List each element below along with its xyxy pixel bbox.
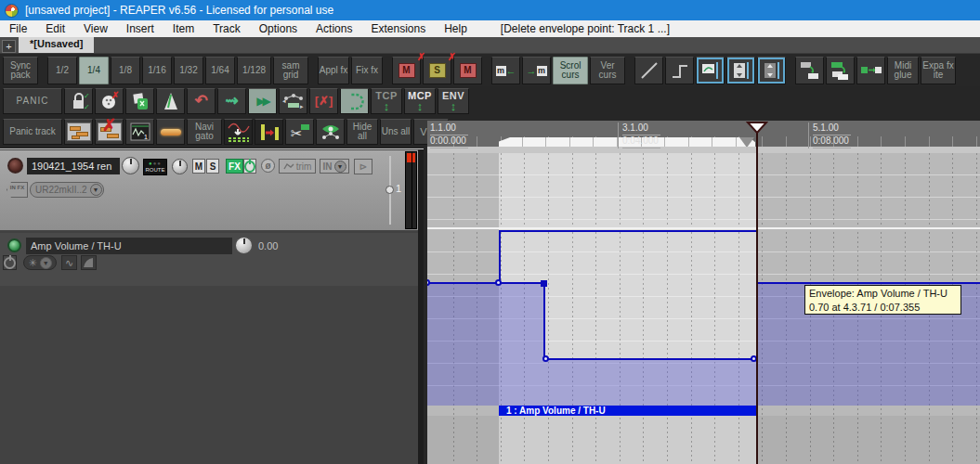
- menu-item[interactable]: Help: [435, 20, 477, 37]
- menu-item[interactable]: Item: [163, 20, 203, 37]
- fx-bypass-button[interactable]: [243, 159, 256, 174]
- hide-items-button[interactable]: ✗: [95, 119, 124, 145]
- panic-track-button[interactable]: Panic track: [3, 119, 62, 145]
- menu-item[interactable]: File: [0, 20, 36, 37]
- project-tab-unsaved[interactable]: *[Unsaved]: [19, 37, 94, 53]
- tcp-height-button[interactable]: TCP↕: [371, 88, 402, 114]
- menu-item[interactable]: View: [74, 20, 117, 37]
- vertical-range-icon-button[interactable]: [726, 57, 755, 84]
- remove-selection-button[interactable]: [✗]: [309, 88, 338, 114]
- unsolo-all-button[interactable]: S ✗: [423, 57, 451, 84]
- link-button[interactable]: [156, 119, 185, 145]
- menu-item[interactable]: Track: [203, 20, 250, 37]
- envelope-control-panel[interactable]: Amp Volume / TH-U 0.00 ✳▼ ∿: [0, 233, 418, 286]
- unselect-all-button[interactable]: Uns all: [380, 119, 412, 145]
- envelope-settings-button[interactable]: ✳▼: [23, 255, 57, 270]
- metronome-button[interactable]: [156, 88, 185, 114]
- render-item-icon-button[interactable]: [856, 57, 885, 84]
- loop-disabled-button[interactable]: [340, 88, 369, 114]
- edit-cursor-marker-icon[interactable]: [746, 121, 768, 135]
- envelope-shape-button[interactable]: ∿: [61, 255, 77, 270]
- grid-division-button[interactable]: 1/4: [79, 57, 109, 84]
- envelope-apply-button[interactable]: [224, 119, 253, 145]
- grid-division-button[interactable]: 1/32: [174, 57, 203, 84]
- smooth-seek-button[interactable]: ⇝: [217, 88, 246, 114]
- theme-off-button[interactable]: ✗: [95, 88, 124, 114]
- hide-all-button[interactable]: Hide all: [346, 119, 378, 145]
- menu-item[interactable]: Edit: [36, 20, 74, 37]
- panel-arrange-divider[interactable]: [418, 149, 424, 464]
- show-envelopes-button[interactable]: [316, 119, 345, 145]
- envelope-range-icon-button[interactable]: [696, 57, 725, 84]
- grid-division-button[interactable]: 1/16: [142, 57, 172, 84]
- input-fx-selector[interactable]: UR22mkII..2▼: [30, 182, 104, 198]
- envelope-segment[interactable]: [545, 358, 757, 360]
- solo-button[interactable]: S: [206, 159, 219, 174]
- timeline-ruler[interactable]: 1.1.000:00.000 3.1.000:04.000 5.1.000:08…: [427, 121, 980, 153]
- arrange-view[interactable]: 1 : Amp Volume / TH-U Envelope: Amp Volu…: [427, 153, 980, 464]
- input-fx-badge[interactable]: IN FX: [7, 182, 28, 198]
- track-1-panel[interactable]: 190421_1954 ren ●●● ROUTE M S FX ø trim …: [0, 150, 418, 230]
- envelope-point[interactable]: [495, 279, 502, 286]
- volume-fader-handle[interactable]: [385, 186, 394, 194]
- menu-item[interactable]: Options: [250, 20, 307, 37]
- vertical-range2-icon-button[interactable]: [757, 57, 786, 84]
- envelope-point-selected[interactable]: [541, 280, 547, 287]
- envelope-active-button[interactable]: [7, 238, 21, 252]
- sample-grid-button[interactable]: sam grid: [273, 57, 308, 84]
- lock-settings-button[interactable]: ✓✓: [64, 88, 93, 114]
- duplicate-items-icon-button[interactable]: [826, 57, 855, 84]
- new-project-tab-button[interactable]: +: [2, 40, 16, 53]
- show-items-button[interactable]: [64, 119, 93, 145]
- envelope-segment[interactable]: [427, 282, 545, 284]
- marker-next-button[interactable]: →m: [522, 57, 551, 84]
- grid-division-button[interactable]: 1/64: [205, 57, 235, 84]
- apply-fx-button[interactable]: Appl fx: [318, 57, 349, 84]
- move-to-item-button[interactable]: [255, 119, 283, 145]
- sync-pack-button[interactable]: Sync pack: [3, 57, 38, 84]
- split-items-button[interactable]: ✂: [285, 119, 314, 145]
- envelope-value-knob[interactable]: [235, 237, 253, 254]
- paste-pooled-icon-button[interactable]: [795, 57, 824, 84]
- record-arm-button[interactable]: [7, 158, 23, 174]
- envelope-segment[interactable]: [757, 282, 980, 284]
- envelope-name[interactable]: Amp Volume / TH-U: [26, 238, 232, 254]
- envelope-trim-button[interactable]: trim: [279, 159, 316, 174]
- unmute-all-button[interactable]: M ✗: [392, 57, 421, 84]
- mcp-height-button[interactable]: MCP↕: [404, 88, 436, 114]
- navigator-button[interactable]: Navi gato: [187, 119, 222, 145]
- expand-fx-item-button[interactable]: Expa fx ite: [921, 57, 956, 84]
- envelope-bypass-button[interactable]: [3, 255, 17, 270]
- fx-button[interactable]: FX: [226, 159, 243, 174]
- record-input-button[interactable]: IN▼: [320, 159, 349, 174]
- play-selected-items-button[interactable]: ▶▶: [248, 88, 277, 114]
- linear-envelope-icon-button[interactable]: [634, 57, 663, 84]
- grid-division-button[interactable]: 1/8: [111, 57, 140, 84]
- performance-meter-button[interactable]: 1: [125, 119, 154, 145]
- menu-item[interactable]: Actions: [307, 20, 361, 37]
- phase-button[interactable]: ø: [261, 159, 275, 173]
- vertical-cursor-button[interactable]: Ver curs: [590, 57, 625, 84]
- automation-item-top-border[interactable]: [499, 230, 757, 232]
- track-name-input[interactable]: 190421_1954 ren: [27, 158, 120, 174]
- undo-button[interactable]: ↶: [187, 88, 216, 114]
- envelope-fill-button[interactable]: [81, 255, 97, 270]
- square-envelope-icon-button[interactable]: [665, 57, 694, 84]
- scroll-to-cursor-button[interactable]: Scrol curs: [553, 57, 588, 84]
- grid-division-button[interactable]: 1/128: [237, 57, 271, 84]
- env-height-button[interactable]: ENV↕: [438, 88, 469, 114]
- mute-button[interactable]: M: [192, 159, 205, 174]
- grid-division-button[interactable]: 1/2: [47, 57, 77, 84]
- envelope-points-move-button[interactable]: ◂▸: [279, 88, 307, 114]
- menu-item[interactable]: Insert: [117, 20, 163, 37]
- route-button[interactable]: ●●● ROUTE: [143, 159, 167, 175]
- track-meter[interactable]: [405, 151, 417, 229]
- panic-button[interactable]: PANIC: [3, 88, 62, 114]
- marker-previous-button[interactable]: m←: [491, 57, 520, 84]
- monitor-button[interactable]: ⊳: [354, 159, 372, 174]
- midi-glue-button[interactable]: Midi glue: [887, 57, 919, 84]
- mute-button[interactable]: M: [453, 57, 482, 84]
- edit-cursor-line[interactable]: [756, 133, 758, 464]
- volume-knob[interactable]: [122, 157, 139, 174]
- title-bar[interactable]: [unsaved project] - REAPER v6.56 - Licen…: [0, 0, 980, 20]
